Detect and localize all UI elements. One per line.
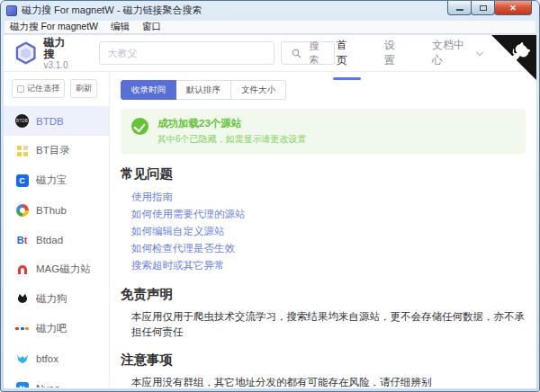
source-list: BTDB BTDB BT目录 C 磁力宝 BThub [4,106,109,388]
magnet-icon [15,263,29,276]
disclaimer-text: 本应用仅用于爬虫技术交流学习，搜索结果均来自源站，更不会存储任何数据，亦不承担任… [131,309,526,340]
source-item-cilidog[interactable]: 磁力狗 [4,284,109,314]
sort-by-date-button[interactable]: 收录时间 [121,80,176,100]
sidebar-actions: 记住选择 刷新 [4,79,109,106]
source-item-btdad[interactable]: Bt Btdad [4,225,109,254]
nav-docs-label: 文档中心 [432,38,473,68]
app-header: 磁力搜 v3.1.0 搜索 首页 设置 [4,35,536,72]
faq-link-proxy-check[interactable]: 如何检查代理是否生效 [131,240,526,257]
bt-catalog-icon [15,144,29,157]
source-label: BT目录 [36,144,70,157]
logo: 磁力搜 v3.1.0 [14,37,76,70]
faq-section: 常见问题 使用指南 如何使用需要代理的源站 如何编辑自定义源站 如何检查代理是否… [121,165,526,274]
disclaimer-heading: 免责声明 [121,286,526,303]
nav-docs[interactable]: 文档中心 [430,35,484,74]
source-label: 磁力狗 [36,292,68,306]
minimize-icon [456,9,464,11]
source-label: MAG磁力站 [36,263,91,276]
source-label: btfox [36,353,58,364]
source-item-btdb[interactable]: BTDB BTDB [4,106,109,136]
menubar: 磁力搜 For magnetW 编辑 窗口 [4,20,536,34]
chevron-down-icon [476,48,483,55]
close-button[interactable]: ✕ [494,1,532,15]
nav-settings-label: 设置 [384,38,405,68]
search-icon [292,49,302,58]
nav-home-label: 首页 [337,38,357,68]
app-version: v3.1.0 [43,60,75,70]
source-label: BThub [36,205,67,216]
source-label: Nyaa [36,383,60,388]
notice-section: 注意事项 本应用没有群组，其它地址分发的都有可能存在风险，请仔细辨别 [121,352,526,388]
remember-selection-label: 记住选择 [27,83,59,94]
source-label: BTDB [36,116,64,127]
sort-default-button[interactable]: 默认排序 [176,80,231,100]
refresh-label: 刷新 [76,83,92,94]
app-window: 磁力搜 For magnetW - 磁力链接聚合搜索 ✕ 磁力搜 For mag… [0,0,540,392]
notice-heading: 注意事项 [121,352,526,369]
menu-window[interactable]: 窗口 [142,21,161,33]
search-button-label: 搜索 [304,40,323,67]
source-item-btml[interactable]: BT目录 [4,136,109,165]
window-title: 磁力搜 For magnetW - 磁力链接聚合搜索 [22,4,202,17]
source-label: 磁力宝 [36,174,68,187]
sort-by-size-button[interactable]: 文件大小 [230,80,286,100]
btdad-icon: Bt [15,233,29,246]
remember-selection-button[interactable]: 记住选择 [12,79,65,98]
faq-link-proxy-sources[interactable]: 如何使用需要代理的源站 [131,206,526,223]
faq-link-timeout[interactable]: 搜索超时或其它异常 [131,257,526,274]
dog-icon [15,292,29,306]
titlebar: 磁力搜 For magnetW - 磁力链接聚合搜索 ✕ [1,1,539,20]
source-label: 磁力吧 [36,322,68,335]
nyaa-icon: N [15,381,29,388]
faq-link-guide[interactable]: 使用指南 [131,189,526,206]
notice-text: 本应用没有群组，其它地址分发的都有可能存在风险，请仔细辨别 [131,375,526,388]
hexagon-logo-icon [14,41,37,65]
menu-edit[interactable]: 编辑 [111,21,130,33]
checkbox-icon [17,85,24,93]
source-label: Btdad [36,235,63,245]
minimize-button[interactable] [447,1,472,15]
source-item-ciliba[interactable]: 磁力吧 [4,314,109,343]
main-content: 收录时间 默认排序 文件大小 成功加载23个源站 其中6个已隐藏，如需显示请更改… [110,72,536,388]
search-area: 搜索 [99,41,335,65]
github-corner-link[interactable] [491,35,536,80]
source-item-cilibao[interactable]: C 磁力宝 [4,165,109,195]
app-surface: 磁力搜 v3.1.0 搜索 首页 设置 [4,35,536,388]
alert-subtitle: 其中6个已隐藏，如需显示请更改设置 [158,133,307,146]
cilibao-icon: C [15,174,29,187]
maximize-button[interactable] [471,1,495,15]
search-button[interactable]: 搜索 [281,41,335,65]
source-item-nyaa[interactable]: N Nyaa [4,373,109,388]
top-nav: 首页 设置 文档中心 [335,35,484,74]
app-icon [6,5,17,16]
menu-app[interactable]: 磁力搜 For magnetW [10,21,98,33]
search-input[interactable] [99,41,274,65]
github-octocat-icon [491,35,536,80]
faq-heading: 常见问题 [121,165,526,183]
disclaimer-section: 免责声明 本应用仅用于爬虫技术交流学习，搜索结果均来自源站，更不会存储任何数据，… [121,286,526,340]
source-item-mag[interactable]: MAG磁力站 [4,254,109,284]
source-sidebar: 记住选择 刷新 BTDB BTDB BT目录 [4,72,110,388]
success-alert: 成功加载23个源站 其中6个已隐藏，如需显示请更改设置 [121,109,526,154]
close-icon: ✕ [509,4,517,13]
faq-link-custom-sources[interactable]: 如何编辑自定义源站 [131,223,526,240]
window-controls: ✕ [448,1,532,15]
success-check-icon [131,118,148,135]
fox-icon [15,352,29,365]
nav-settings[interactable]: 设置 [382,35,407,74]
btdb-icon: BTDB [15,114,29,128]
app-name: 磁力搜 [43,37,75,60]
nav-home[interactable]: 首页 [335,35,359,74]
ciliba-icon [15,322,29,335]
refresh-button[interactable]: 刷新 [70,79,97,98]
sort-group: 收录时间 默认排序 文件大小 [121,80,526,100]
maximize-icon [480,5,487,11]
alert-title: 成功加载23个源站 [158,117,307,130]
bthub-icon [15,203,29,217]
source-item-btfox[interactable]: btfox [4,343,109,373]
source-item-bthub[interactable]: BThub [4,195,109,225]
